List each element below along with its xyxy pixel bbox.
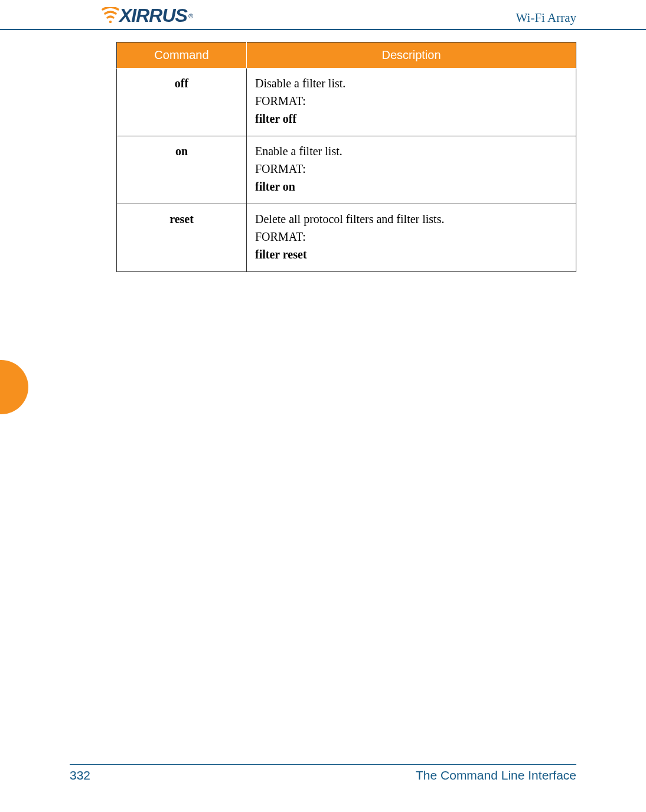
command-table: Command Description off Disable a filter… [116, 42, 576, 272]
brand-name: XIRRUS [119, 5, 187, 27]
description-text: Enable a filter list. [255, 142, 567, 160]
format-label: FORMAT: [255, 160, 567, 178]
table-row: on Enable a filter list. FORMAT: filter … [117, 136, 576, 204]
table-row: reset Delete all protocol filters and fi… [117, 204, 576, 272]
page-number: 332 [70, 768, 90, 782]
brand-logo: XIRRUS® [100, 5, 193, 27]
page-footer: 332 The Command Line Interface [70, 764, 576, 782]
thumb-tab-marker [0, 360, 28, 414]
description-cell: Enable a filter list. FORMAT: filter on [247, 136, 576, 204]
registered-mark: ® [188, 12, 193, 19]
col-header-command: Command [117, 42, 247, 68]
table-row: off Disable a filter list. FORMAT: filte… [117, 68, 576, 136]
command-cell: reset [117, 204, 247, 272]
wifi-icon [100, 7, 120, 25]
description-cell: Delete all protocol filters and filter l… [247, 204, 576, 272]
command-cell: on [117, 136, 247, 204]
section-title: The Command Line Interface [416, 768, 576, 782]
content-area: Command Description off Disable a filter… [0, 30, 646, 272]
page-header: XIRRUS® Wi-Fi Array [0, 0, 646, 30]
format-value: filter off [255, 110, 567, 127]
command-cell: off [117, 68, 247, 136]
format-label: FORMAT: [255, 228, 567, 245]
format-value: filter on [255, 178, 567, 195]
table-header-row: Command Description [117, 42, 576, 68]
description-text: Delete all protocol filters and filter l… [255, 210, 567, 228]
format-label: FORMAT: [255, 92, 567, 110]
col-header-description: Description [247, 42, 576, 68]
document-title: Wi-Fi Array [516, 11, 576, 27]
description-cell: Disable a filter list. FORMAT: filter of… [247, 68, 576, 136]
svg-point-0 [109, 20, 112, 22]
description-text: Disable a filter list. [255, 74, 567, 92]
format-value: filter reset [255, 245, 567, 263]
